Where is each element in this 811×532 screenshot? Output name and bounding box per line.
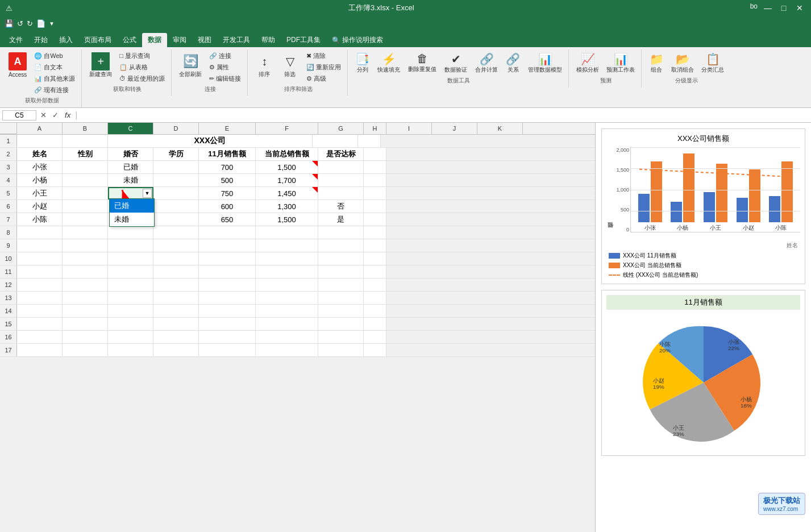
cell-F7[interactable]: 1,500 — [256, 213, 318, 226]
cell-E3[interactable]: 700 — [199, 161, 256, 173]
cell-G17[interactable] — [318, 344, 364, 356]
cell-F2[interactable]: 当前总销售额 — [256, 148, 318, 160]
cell-D6[interactable] — [153, 200, 199, 213]
btn-ungroup[interactable]: 📂 取消组合 — [668, 51, 697, 76]
col-header-A[interactable]: A — [17, 123, 63, 134]
cell-E12[interactable] — [199, 279, 256, 291]
cell-B12[interactable] — [63, 279, 108, 291]
cell-H12[interactable] — [364, 279, 386, 291]
cell-G11[interactable] — [318, 265, 364, 278]
cell-B15[interactable] — [63, 318, 108, 330]
cell-B14[interactable] — [63, 305, 108, 317]
cell-A15[interactable] — [17, 318, 63, 330]
dropdown-btn[interactable]: ▼ — [143, 189, 152, 198]
cell-H1[interactable] — [358, 135, 381, 147]
cell-H15[interactable] — [364, 318, 386, 330]
dropdown-item-weihun[interactable]: 未婚 — [110, 213, 154, 226]
col-header-I[interactable]: I — [386, 123, 432, 134]
btn-filter[interactable]: ▽ 筛选 — [278, 51, 302, 80]
cell-D12[interactable] — [153, 279, 199, 291]
cell-A5[interactable]: 小王 — [17, 187, 63, 200]
cell-E15[interactable] — [199, 318, 256, 330]
col-header-E[interactable]: E — [199, 123, 256, 134]
btn-validate[interactable]: ✔ 数据验证 — [442, 51, 470, 76]
cell-D15[interactable] — [153, 318, 199, 330]
col-header-K[interactable]: K — [477, 123, 523, 134]
cell-A3[interactable]: 小张 — [17, 161, 63, 173]
col-header-G[interactable]: G — [318, 123, 364, 134]
cell-F9[interactable] — [256, 239, 318, 252]
btn-what-if[interactable]: 📈 模拟分析 — [573, 51, 602, 76]
cell-G8[interactable] — [318, 226, 364, 239]
col-header-J[interactable]: J — [432, 123, 477, 134]
cell-A6[interactable]: 小赵 — [17, 200, 63, 213]
cell-B10[interactable] — [63, 252, 108, 265]
col-header-H[interactable]: H — [364, 123, 386, 134]
cell-F10[interactable] — [256, 252, 318, 265]
tab-data[interactable]: 数据 — [142, 33, 167, 47]
cell-E6[interactable]: 600 — [199, 200, 256, 213]
cell-C15[interactable] — [108, 318, 153, 330]
cell-B16[interactable] — [63, 331, 108, 343]
col-header-B[interactable]: B — [63, 123, 108, 134]
btn-other-sources[interactable]: 📊自其他来源 — [31, 73, 78, 84]
qa-undo[interactable]: ↺ — [17, 19, 23, 28]
cell-E8[interactable] — [199, 226, 256, 239]
cell-A9[interactable] — [17, 239, 63, 252]
cell-A4[interactable]: 小杨 — [17, 174, 63, 186]
cell-A14[interactable] — [17, 305, 63, 317]
cell-A1[interactable] — [17, 135, 63, 147]
cell-D14[interactable] — [153, 305, 199, 317]
cell-C17[interactable] — [108, 344, 153, 356]
cell-C8[interactable] — [108, 226, 153, 239]
btn-text-to-col[interactable]: 📑 分列 — [352, 51, 372, 76]
btn-from-table[interactable]: 📋 从表格 — [117, 62, 168, 73]
cell-H2[interactable] — [364, 148, 386, 160]
cell-A12[interactable] — [17, 279, 63, 291]
cell-A8[interactable] — [17, 226, 63, 239]
btn-connection[interactable]: 🔗 连接 — [206, 51, 244, 61]
btn-text[interactable]: 📄自文本 — [31, 62, 78, 73]
cell-F6[interactable]: 1,300 — [256, 200, 318, 213]
cell-H6[interactable] — [364, 200, 386, 213]
qa-save[interactable]: 💾 — [5, 19, 14, 28]
cell-C3[interactable]: 已婚 — [108, 161, 153, 173]
btn-clear[interactable]: ✖ 清除 — [303, 51, 344, 61]
cell-D3[interactable] — [153, 161, 199, 173]
cell-E4[interactable]: 500 — [199, 174, 256, 186]
cell-A10[interactable] — [17, 252, 63, 265]
cell-C2[interactable]: 婚否 — [108, 148, 153, 160]
cell-G1[interactable] — [313, 135, 358, 147]
tab-pdf[interactable]: PDF工具集 — [281, 33, 326, 47]
btn-relation[interactable]: 🔗 关系 — [503, 51, 523, 76]
cell-D5[interactable] — [153, 187, 199, 200]
cell-F8[interactable] — [256, 226, 318, 239]
cell-D16[interactable] — [153, 331, 199, 343]
btn-recent-sources[interactable]: ⏱ 最近使用的源 — [117, 73, 168, 84]
cell-B9[interactable] — [63, 239, 108, 252]
cell-E14[interactable] — [199, 305, 256, 317]
cell-H17[interactable] — [364, 344, 386, 356]
cell-D13[interactable] — [153, 292, 199, 304]
cell-D17[interactable] — [153, 344, 199, 356]
cell-H14[interactable] — [364, 305, 386, 317]
cell-H3[interactable] — [364, 161, 386, 173]
tab-help[interactable]: 帮助 — [256, 33, 281, 47]
cell-G13[interactable] — [318, 292, 364, 304]
btn-sort[interactable]: ↕ 排序 — [252, 51, 276, 80]
cell-C13[interactable] — [108, 292, 153, 304]
btn-advanced[interactable]: ⚙ 高级 — [303, 73, 344, 84]
cell-B5[interactable] — [63, 187, 108, 200]
cell-F5[interactable]: 1,450 — [256, 187, 318, 200]
cell-C9[interactable] — [108, 239, 153, 252]
cell-D10[interactable] — [153, 252, 199, 265]
cell-G10[interactable] — [318, 252, 364, 265]
cell-A11[interactable] — [17, 265, 63, 278]
btn-subtotal[interactable]: 📋 分类汇总 — [698, 51, 727, 76]
btn-edit-link[interactable]: ✏ 编辑链接 — [206, 73, 244, 84]
cell-G7[interactable]: 是 — [318, 213, 364, 226]
cell-A17[interactable] — [17, 344, 63, 356]
btn-group[interactable]: 📁 组合 — [646, 51, 667, 76]
cell-G15[interactable] — [318, 318, 364, 330]
cell-H10[interactable] — [364, 252, 386, 265]
